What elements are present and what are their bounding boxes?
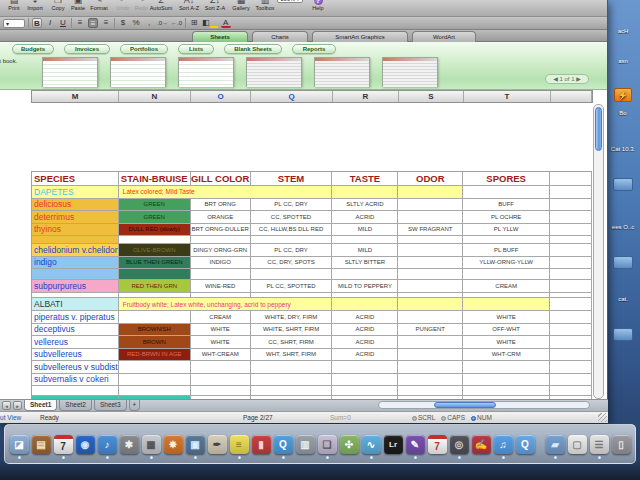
species-cell[interactable]: ALBATI bbox=[32, 298, 119, 311]
data-cell[interactable]: WHITE bbox=[191, 324, 251, 337]
column-header-O[interactable]: O bbox=[191, 91, 251, 102]
gallery-tab-smartart-graphics[interactable]: SmartArt Graphics bbox=[312, 31, 408, 42]
dock-item-image-capture[interactable]: ▥ bbox=[295, 429, 316, 459]
category-pill-lists[interactable]: Lists bbox=[178, 44, 214, 54]
data-cell[interactable] bbox=[398, 236, 463, 244]
sheet-template-thumbnail[interactable] bbox=[246, 57, 302, 87]
data-cell[interactable] bbox=[251, 269, 333, 280]
desktop-icon[interactable] bbox=[608, 256, 638, 270]
data-cell[interactable] bbox=[550, 236, 592, 244]
data-cell[interactable] bbox=[332, 374, 398, 387]
column-header-strip[interactable]: MNOQRST bbox=[31, 90, 593, 103]
species-cell[interactable]: deterrimus bbox=[32, 211, 119, 224]
dock-item-photo-booth[interactable]: ◎ bbox=[449, 429, 470, 459]
data-cell[interactable]: ORANGE bbox=[191, 211, 251, 224]
autosum-button[interactable]: ΣAutoSum bbox=[148, 0, 174, 11]
desktop-icon[interactable] bbox=[608, 178, 638, 192]
data-cell[interactable]: RED-BRWN IN AGE bbox=[119, 349, 191, 362]
data-cell[interactable] bbox=[398, 211, 463, 224]
data-cell[interactable] bbox=[463, 374, 550, 387]
sheet-template-thumbnail[interactable] bbox=[382, 57, 438, 87]
data-cell[interactable]: ACRID bbox=[332, 211, 398, 224]
data-cell[interactable]: BRT ORNG bbox=[191, 199, 251, 212]
data-cell[interactable] bbox=[332, 269, 398, 280]
dock-item-quicktime[interactable]: Q bbox=[273, 429, 294, 459]
data-cell[interactable] bbox=[398, 257, 463, 270]
species-cell[interactable]: deliciosus bbox=[32, 199, 119, 212]
increase-decimal-button[interactable]: .0→ bbox=[157, 18, 168, 28]
species-cell[interactable]: subvernalis v cokeri bbox=[32, 374, 119, 387]
data-cell[interactable] bbox=[398, 280, 463, 293]
data-cell[interactable] bbox=[119, 311, 191, 324]
data-cell[interactable]: MILD bbox=[332, 244, 398, 257]
horizontal-scroll-thumb[interactable] bbox=[434, 402, 496, 408]
data-cell[interactable] bbox=[463, 269, 550, 280]
data-cell[interactable] bbox=[463, 298, 550, 311]
gallery-pager[interactable]: ◀ 1 of 1 ▶ bbox=[545, 74, 589, 84]
dock-item-front-row[interactable]: ▣ bbox=[185, 429, 206, 459]
column-header-T[interactable]: T bbox=[464, 91, 551, 102]
data-cell[interactable]: PL YLLW bbox=[463, 224, 550, 237]
data-cell[interactable]: OFF-WHT bbox=[463, 324, 550, 337]
data-cell[interactable] bbox=[191, 236, 251, 244]
data-cell[interactable] bbox=[550, 386, 592, 396]
data-cell[interactable] bbox=[251, 361, 333, 374]
data-cell[interactable]: WHT-CRM bbox=[463, 349, 550, 362]
view-mode-label[interactable]: Layout View bbox=[0, 414, 21, 421]
data-cell[interactable]: ACRID bbox=[332, 349, 398, 362]
data-cell[interactable]: WHITE bbox=[463, 336, 550, 349]
data-cell[interactable]: CC, SPOTTED bbox=[251, 211, 333, 224]
data-cell[interactable] bbox=[398, 199, 463, 212]
sheet-template-thumbnail[interactable] bbox=[42, 57, 98, 87]
data-cell[interactable]: PL CC, DRY bbox=[251, 199, 333, 212]
data-cell[interactable]: WHITE, SHRT, FIRM bbox=[251, 324, 333, 337]
data-cell[interactable] bbox=[398, 361, 463, 374]
data-cell[interactable] bbox=[550, 311, 592, 324]
dock-item-dvd-player[interactable]: ◉ bbox=[75, 429, 96, 459]
data-cell[interactable] bbox=[550, 224, 592, 237]
data-cell[interactable] bbox=[332, 236, 398, 244]
sheet-template-thumbnail[interactable] bbox=[314, 57, 370, 87]
sort-a-z-button[interactable]: A↓Sort A-Z bbox=[176, 0, 202, 11]
sheet-tab-sheet3[interactable]: Sheet3 bbox=[94, 400, 127, 411]
category-pill-blank-sheets[interactable]: Blank Sheets bbox=[224, 44, 282, 54]
data-cell[interactable] bbox=[398, 298, 463, 311]
bold-button[interactable]: B bbox=[32, 18, 42, 28]
category-pill-invoices[interactable]: Invoices bbox=[64, 44, 110, 54]
gallery-button[interactable]: ▦Gallery bbox=[228, 0, 254, 11]
data-cell[interactable] bbox=[119, 269, 191, 280]
data-cell[interactable]: ACRID bbox=[332, 311, 398, 324]
species-cell[interactable]: chelidonium v.chelidonium bbox=[32, 244, 119, 257]
data-cell[interactable] bbox=[550, 269, 592, 280]
species-cell[interactable]: vellereus bbox=[32, 336, 119, 349]
data-cell[interactable]: CC, SHRT, FIRM bbox=[251, 336, 333, 349]
data-cell[interactable] bbox=[398, 311, 463, 324]
data-cell[interactable]: WHT, SHRT, FIRM bbox=[251, 349, 333, 362]
species-cell[interactable] bbox=[32, 269, 119, 280]
data-cell[interactable]: BUFF bbox=[463, 199, 550, 212]
vertical-scroll-thumb[interactable] bbox=[595, 107, 602, 151]
dock-item-stack-documents[interactable]: ▢ bbox=[567, 429, 588, 459]
species-cell[interactable] bbox=[32, 236, 119, 244]
gallery-tab-wordart[interactable]: WordArt bbox=[412, 31, 476, 42]
dock-item-address-book[interactable]: ▤ bbox=[31, 429, 52, 459]
sheet-nav-prev-button[interactable]: ◂ bbox=[2, 401, 11, 410]
column-header-partial[interactable] bbox=[551, 91, 592, 102]
currency-button[interactable]: $ bbox=[118, 18, 128, 28]
data-cell[interactable] bbox=[398, 349, 463, 362]
sheet-template-thumbnail[interactable] bbox=[110, 57, 166, 87]
species-cell[interactable]: subvellereus v subdistans bbox=[32, 361, 119, 374]
data-cell[interactable] bbox=[550, 211, 592, 224]
dock-item-journal[interactable]: ✍ bbox=[471, 429, 492, 459]
dock-item-trash[interactable]: ▯ bbox=[611, 429, 632, 459]
decrease-decimal-button[interactable]: ←.0 bbox=[171, 18, 182, 28]
data-cell[interactable]: GREEN bbox=[119, 211, 191, 224]
data-cell[interactable] bbox=[463, 236, 550, 244]
dock-item-toolbox-case[interactable]: ▮ bbox=[251, 429, 272, 459]
data-cell[interactable]: ACRID bbox=[332, 336, 398, 349]
column-header-S[interactable]: S bbox=[399, 91, 464, 102]
category-pill-reports[interactable]: Reports bbox=[292, 44, 336, 54]
data-cell[interactable] bbox=[251, 236, 333, 244]
dock-item-itunes-disc[interactable]: ♪ bbox=[97, 429, 118, 459]
dock-item-folder-apps[interactable]: ▰ bbox=[545, 429, 566, 459]
